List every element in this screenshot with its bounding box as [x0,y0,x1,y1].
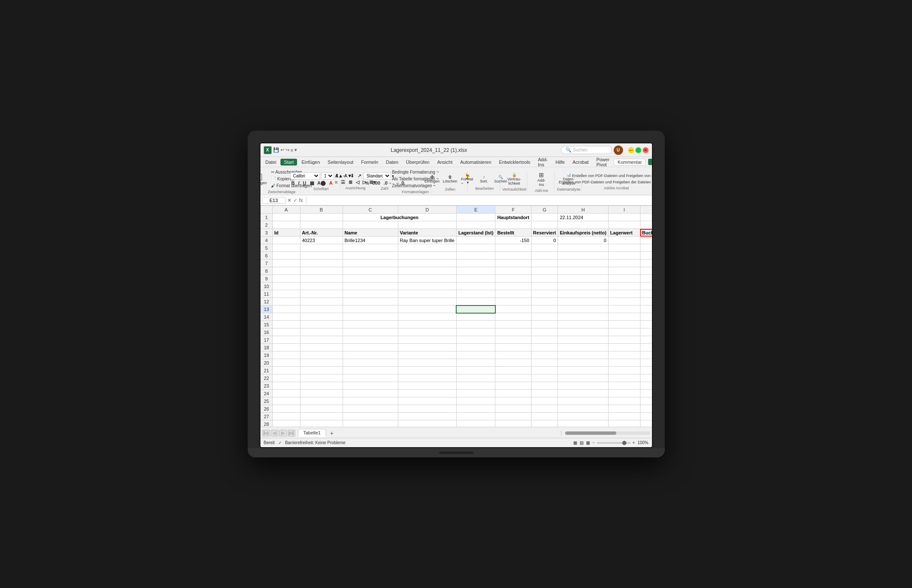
cell-j2[interactable] [640,221,652,229]
insert-function-icon[interactable]: fx [299,197,303,203]
col-header-e[interactable]: E [456,206,495,214]
zoom-slider[interactable] [597,442,631,444]
cell-g3[interactable]: Reserviert [531,229,558,237]
col-header-b[interactable]: B [300,206,343,214]
menu-entwicklertools[interactable]: Entwicklertools [496,159,534,166]
cell-d2[interactable] [398,221,456,229]
menu-hilfe[interactable]: Hilfe [552,159,568,166]
cell-h3[interactable]: Einkaufspreis (netto) [558,229,608,237]
cell-b13[interactable] [300,305,343,313]
cell-h2[interactable] [558,221,608,229]
cell-d4[interactable]: Ray Ban super tuper Brille [398,237,456,244]
align-middle-button[interactable]: ↔ [341,173,348,179]
save-icon[interactable]: 💾 [273,147,279,153]
border-button[interactable]: ▦ [309,180,315,186]
dropdown-icon[interactable]: ▾ [294,147,297,153]
freigeben-button[interactable]: 👤 Freigeben ▾ [648,159,652,165]
minimize-button[interactable]: — [628,147,634,153]
underline-button[interactable]: U [302,180,308,186]
cell-i2[interactable] [608,221,640,229]
row-header-1[interactable]: 1 [260,214,272,221]
maximize-button[interactable]: □ [635,147,641,153]
cell-g4[interactable]: 0 [531,237,558,244]
next-sheet-button[interactable]: ▷ [279,430,287,437]
cell-e3[interactable]: Lagerstand (Ist) [456,229,495,237]
cell-a4[interactable] [272,237,300,244]
menu-start[interactable]: Start [280,159,297,166]
summe-button[interactable]: Σ ▾ [460,173,475,186]
kommentar-button[interactable]: Kommentar [614,159,646,166]
align-right-button[interactable]: ≣ [347,180,354,185]
cell-j1[interactable] [640,214,652,221]
cell-b1[interactable] [300,214,343,221]
menu-datei[interactable]: Datei [262,159,280,166]
confirm-formula-icon[interactable]: ✓ [293,197,297,203]
cell-b3[interactable]: Art.-Nr. [300,229,343,237]
sheet-tab-tabelle1[interactable]: Tabelle1 [298,429,326,437]
page-layout-button[interactable]: ▨ [580,440,583,445]
col-header-c[interactable]: C [343,206,398,214]
menu-addins[interactable]: Add-Ins [535,156,551,168]
first-sheet-button[interactable]: |◁ [262,430,270,437]
font-family-select[interactable]: Calibri [290,172,320,180]
cell-reference-box[interactable] [262,197,286,204]
cell-g2[interactable] [531,221,558,229]
cell-a3[interactable]: Id [272,229,300,237]
last-sheet-button[interactable]: ▷| [288,430,295,437]
normal-view-button[interactable]: ▦ [573,440,577,445]
col-header-j[interactable]: J [640,206,652,214]
col-header-f[interactable]: F [495,206,531,214]
cell-j4[interactable] [640,237,652,244]
row-header-13[interactable]: 13 [260,305,272,313]
cell-e13[interactable] [456,305,495,313]
number-format-select[interactable]: Standard [363,172,391,180]
menu-powerpivot[interactable]: Power Pivot [593,156,613,168]
menu-einfuegen[interactable]: Einfügen [298,159,323,166]
cell-c13[interactable] [343,305,398,313]
menu-ansicht[interactable]: Ansicht [434,159,456,166]
menu-formeln[interactable]: Formeln [357,159,381,166]
cell-f3[interactable]: Bestellt [495,229,531,237]
addins-button[interactable]: ⊞ Add- Ins [534,171,549,188]
cell-e1[interactable] [456,214,495,221]
cell-a1[interactable] [272,214,300,221]
vertraulichkeit-button[interactable]: 🔒 Vertrau- lichkeit [506,172,523,186]
cell-i3[interactable]: Lagerwert [608,229,640,237]
cell-b2[interactable] [300,221,343,229]
cell-c4[interactable]: Brille1234 [343,237,398,244]
erstellen-pdf-button[interactable]: Erstellen von PDF-Dateien und Freigeben … [570,173,652,179]
cell-d3[interactable]: Variante [398,229,456,237]
cancel-formula-icon[interactable]: ✕ [287,197,292,203]
autosave-icon[interactable]: ≡ [291,148,293,153]
text-angle-button[interactable]: ↗ [356,173,363,179]
cell-c3[interactable]: Name [343,229,398,237]
add-sheet-button[interactable]: + [328,429,335,437]
cell-i13[interactable] [608,305,640,313]
horizontal-scrollbar[interactable] [565,431,650,435]
font-size-select[interactable]: 12 [321,172,334,180]
erstellen-pdf2-button[interactable]: Erstellen von PDF-Dateien und Freigeben … [557,179,652,185]
cell-e2[interactable] [456,221,495,229]
cell-g13[interactable] [531,305,558,313]
cell-h1[interactable]: 22.11.2024 [558,214,608,221]
col-header-i[interactable]: I [608,206,640,214]
cell-f1[interactable]: Hauptstandort [495,214,531,221]
col-header-a[interactable]: A [272,206,300,214]
menu-automatisieren[interactable]: Automatisieren [457,159,495,166]
align-center-button[interactable]: ☰ [340,180,346,185]
sortieren-button[interactable]: ↕ Sort. [476,174,492,184]
row-header-4[interactable]: 4 [260,237,272,244]
cell-f13[interactable] [495,305,531,313]
italic-button[interactable]: I [297,180,301,186]
cell-a13[interactable] [272,305,300,313]
undo-icon[interactable]: ↩ [280,147,284,153]
fill-color-button[interactable]: A⬤ [316,180,327,186]
einfuegen-button[interactable]: 📋 Einfügen [260,172,269,186]
row-header-2[interactable]: 2 [260,221,272,229]
formula-input[interactable] [309,197,650,203]
cell-e4[interactable] [456,237,495,244]
redo-icon[interactable]: ↪ [286,147,289,153]
menu-ueberpruefen[interactable]: Überprüfen [403,159,433,166]
cell-c2[interactable] [343,221,398,229]
close-button[interactable]: ✕ [643,147,649,153]
